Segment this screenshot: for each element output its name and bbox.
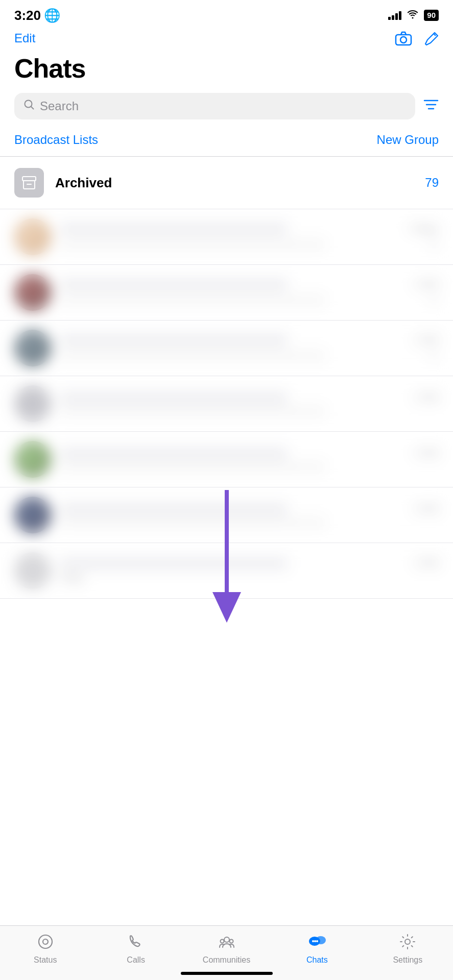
status-icon	[37, 933, 54, 952]
compose-button[interactable]	[423, 31, 439, 46]
wifi-icon	[407, 10, 419, 21]
broadcast-lists-link[interactable]: Broadcast Lists	[14, 133, 98, 147]
svg-point-9	[39, 935, 52, 948]
chat-list: Friday★4 PM★2 PM★2 PM3 PM5 PM3 PMOkay	[0, 209, 453, 599]
new-group-link[interactable]: New Group	[377, 133, 439, 147]
svg-marker-8	[212, 592, 241, 623]
chat-list-item[interactable]: 2 PM★	[0, 321, 453, 376]
settings-icon	[399, 933, 416, 952]
archived-count: 79	[425, 176, 439, 190]
status-bar: 3:20 🌐 90	[0, 0, 453, 28]
search-icon	[23, 99, 35, 113]
chat-list-item[interactable]: Friday★	[0, 209, 453, 265]
chats-icon	[307, 933, 327, 952]
svg-point-19	[405, 939, 410, 944]
nav-item-settings[interactable]: Settings	[363, 933, 453, 965]
communities-icon	[218, 933, 235, 952]
status-nav-label: Status	[34, 955, 57, 965]
header-action-icons	[395, 31, 439, 46]
camera-button[interactable]	[395, 31, 412, 46]
svg-point-12	[220, 940, 224, 943]
status-time: 3:20 🌐	[14, 8, 60, 23]
archived-row[interactable]: Archived 79	[0, 157, 453, 209]
chats-nav-label: Chats	[306, 955, 328, 965]
nav-item-calls[interactable]: Calls	[90, 933, 181, 965]
globe-icon: 🌐	[44, 8, 60, 23]
edit-button[interactable]: Edit	[14, 31, 35, 45]
blur-overlay	[0, 321, 453, 376]
svg-point-17	[314, 940, 316, 942]
svg-rect-6	[22, 177, 36, 181]
search-bar[interactable]: Search	[14, 93, 415, 119]
svg-point-16	[312, 940, 314, 942]
chat-list-item[interactable]: 4 PM★	[0, 265, 453, 321]
blur-overlay	[0, 265, 453, 320]
home-indicator	[181, 972, 273, 975]
search-row: Search	[0, 93, 453, 129]
time-display: 3:20	[14, 8, 41, 23]
blur-overlay	[0, 432, 453, 487]
communities-nav-label: Communities	[203, 955, 250, 965]
filter-icon[interactable]	[423, 98, 439, 115]
signal-icon	[388, 11, 401, 20]
svg-point-11	[224, 937, 229, 942]
battery-indicator: 90	[424, 10, 439, 21]
page-title: Chats	[0, 51, 453, 93]
search-placeholder: Search	[40, 99, 79, 113]
archived-label: Archived	[55, 175, 414, 191]
battery-level: 90	[427, 11, 436, 20]
arrow-annotation	[206, 490, 247, 623]
svg-point-13	[229, 940, 233, 943]
svg-point-1	[400, 37, 407, 43]
nav-item-communities[interactable]: Communities	[181, 933, 272, 965]
svg-point-18	[316, 940, 318, 942]
blur-overlay	[0, 209, 453, 264]
nav-item-chats[interactable]: Chats	[272, 933, 362, 965]
actions-row: Broadcast Lists New Group	[0, 129, 453, 156]
blur-overlay	[0, 376, 453, 431]
archive-icon	[14, 168, 44, 198]
settings-nav-label: Settings	[393, 955, 422, 965]
calls-icon	[127, 933, 145, 952]
chat-list-item[interactable]: 2 PM	[0, 376, 453, 432]
status-icons: 90	[388, 10, 439, 21]
calls-nav-label: Calls	[127, 955, 145, 965]
nav-item-status[interactable]: Status	[0, 933, 90, 965]
header: Edit	[0, 28, 453, 51]
chat-list-item[interactable]: 3 PM	[0, 432, 453, 487]
svg-point-10	[43, 939, 48, 944]
